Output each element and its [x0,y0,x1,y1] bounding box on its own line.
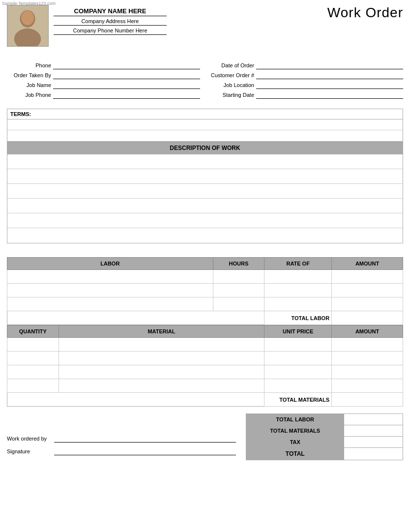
desc-row-6[interactable] [7,228,403,243]
labor-row-3-rate[interactable] [264,297,332,311]
qty-col-header: QUANTITY [7,325,59,338]
mat-row-4-material[interactable] [59,379,264,393]
terms-row-1[interactable] [7,119,403,130]
labor-row-2-rate[interactable] [264,284,332,297]
customer-order-label: Customer Order # [210,72,254,78]
job-name-input[interactable] [53,81,200,89]
date-of-order-label: Date of Order [210,62,254,68]
summary-total-materials-label: TOTAL MATERIALS [246,425,344,437]
mat-row-2-qty[interactable] [7,352,59,365]
order-taken-by-label: Order Taken By [7,72,51,78]
job-name-row: Job Name [7,81,200,89]
mat-row-1-material[interactable] [59,338,264,352]
signature-area: Work ordered by Signature [7,435,246,460]
labor-row-2-amount[interactable] [332,284,403,297]
labor-row-2[interactable] [7,284,403,297]
mat-row-1-amount[interactable] [332,338,403,352]
summary-tax-value[interactable] [344,437,403,448]
signature-label: Signature [7,448,51,454]
desc-row-5[interactable] [7,213,403,228]
materials-total-label: TOTAL MATERIALS [264,393,332,407]
customer-order-row: Customer Order # [210,71,403,79]
date-of-order-row: Date of Order [210,61,403,69]
labor-section: LABOR HOURS RATE OF AMOUNT [7,257,403,407]
labor-total-value[interactable] [332,311,403,325]
summary-total-materials-value[interactable] [344,425,403,437]
page-title: Work Order [327,5,403,21]
summary-total-labor-value[interactable] [344,414,403,425]
mat-row-1-qty[interactable] [7,338,59,352]
mat-row-3-material[interactable] [59,365,264,379]
labor-total-label: TOTAL LABOR [264,311,332,325]
labor-table: LABOR HOURS RATE OF AMOUNT [7,257,403,325]
mat-row-2-material[interactable] [59,352,264,365]
labor-row-2-labor[interactable] [7,284,213,297]
desc-row-2[interactable] [7,169,403,184]
job-location-input[interactable] [256,81,403,89]
date-of-order-input[interactable] [256,61,403,69]
form-left: Phone Order Taken By Job Name Job Phone [7,61,200,101]
labor-row-1-amount[interactable] [332,270,403,284]
labor-total-row: TOTAL LABOR [7,311,403,325]
job-location-label: Job Location [210,82,254,88]
mat-row-4-qty[interactable] [7,379,59,393]
company-address: Company Address Here [54,18,167,26]
mat-row-1-unit[interactable] [264,338,332,352]
mat-row-2-unit[interactable] [264,352,332,365]
mat-row-4[interactable] [7,379,403,393]
description-section [7,154,403,243]
phone-input[interactable] [53,61,200,69]
summary-total: TOTAL [246,448,403,460]
labor-row-3-hours[interactable] [213,297,264,311]
summary-table: TOTAL LABOR TOTAL MATERIALS TAX TOTAL [246,414,403,460]
order-taken-by-row: Order Taken By [7,71,200,79]
unit-price-col-header: UNIT PRICE [264,325,332,338]
labor-row-3[interactable] [7,297,403,311]
labor-row-1[interactable] [7,270,403,284]
order-taken-by-input[interactable] [53,71,200,79]
material-col-header: MATERIAL [59,325,264,338]
materials-table: QUANTITY MATERIAL UNIT PRICE AMOUNT [7,325,403,407]
labor-row-1-rate[interactable] [264,270,332,284]
labor-row-1-labor[interactable] [7,270,213,284]
summary-tax-label: TAX [246,437,344,448]
labor-row-3-amount[interactable] [332,297,403,311]
summary-total-materials: TOTAL MATERIALS [246,425,403,437]
starting-date-input[interactable] [256,91,403,99]
mat-row-1[interactable] [7,338,403,352]
mat-row-4-amount[interactable] [332,379,403,393]
labor-row-1-hours[interactable] [213,270,264,284]
mat-row-2[interactable] [7,352,403,365]
customer-order-input[interactable] [256,71,403,79]
signature-row: Signature [7,447,236,455]
work-ordered-by-input[interactable] [54,435,236,443]
desc-row-4[interactable] [7,199,403,213]
desc-row-1[interactable] [7,154,403,169]
summary-section: Work ordered by Signature TOTAL LABOR TO… [7,414,403,460]
desc-row-3[interactable] [7,184,403,199]
job-location-row: Job Location [210,81,403,89]
summary-total-label: TOTAL [246,448,344,460]
mat-row-3[interactable] [7,365,403,379]
form-section: Phone Order Taken By Job Name Job Phone [7,61,403,101]
rate-col-header: RATE OF [264,258,332,270]
job-phone-input[interactable] [53,91,200,99]
summary-tax: TAX [246,437,403,448]
labor-row-2-hours[interactable] [213,284,264,297]
terms-row-2[interactable] [7,130,403,141]
watermark: Sample-Templates123.com [2,1,56,6]
mat-row-2-amount[interactable] [332,352,403,365]
mat-row-4-unit[interactable] [264,379,332,393]
job-name-label: Job Name [7,82,51,88]
signature-input[interactable] [54,447,236,455]
phone-label: Phone [7,62,51,68]
summary-total-value[interactable] [344,448,403,460]
description-header: DESCRIPTION OF WORK [7,142,403,154]
mat-row-3-amount[interactable] [332,365,403,379]
mat-row-3-qty[interactable] [7,365,59,379]
header-section: COMPANY NAME HERE Company Address Here C… [7,5,403,47]
materials-total-value[interactable] [332,393,403,407]
labor-col-header: LABOR [7,258,213,270]
labor-row-3-labor[interactable] [7,297,213,311]
mat-row-3-unit[interactable] [264,365,332,379]
